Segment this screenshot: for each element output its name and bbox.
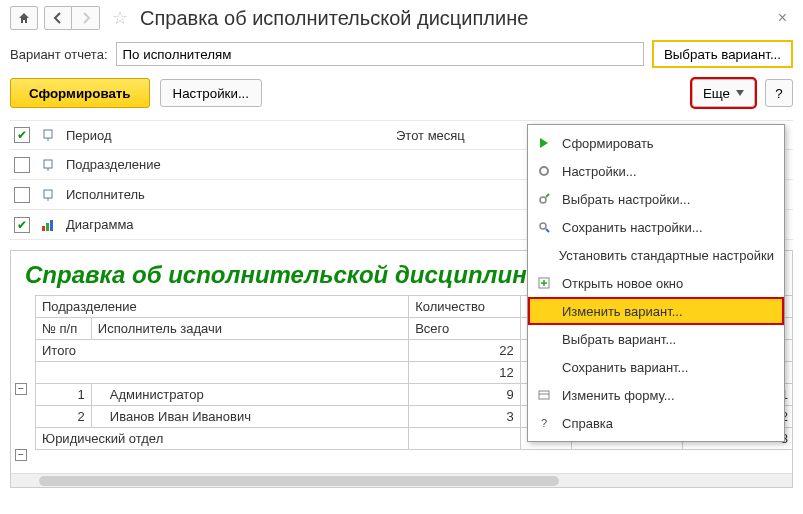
svg-rect-4	[44, 190, 52, 198]
menu-item[interactable]: Настройки...	[528, 157, 784, 185]
menu-item-label: Справка	[562, 416, 613, 431]
group-collapse-toggle[interactable]: −	[15, 449, 27, 461]
svg-rect-0	[44, 130, 52, 138]
col-department: Подразделение	[36, 296, 409, 318]
menu-item[interactable]: Установить стандартные настройки	[528, 241, 784, 269]
menu-item[interactable]: Сохранить настройки...	[528, 213, 784, 241]
nav-back-button[interactable]	[44, 6, 72, 30]
svg-text:?: ?	[541, 417, 547, 429]
form-icon	[536, 387, 552, 403]
param-name: Исполнитель	[66, 187, 386, 202]
chevron-down-icon	[736, 90, 744, 96]
svg-point-11	[540, 223, 546, 229]
more-button-label: Еще	[703, 86, 730, 101]
chart-icon	[40, 218, 56, 232]
param-checkbox[interactable]: ✔	[14, 127, 30, 143]
menu-item[interactable]: Сохранить вариант...	[528, 353, 784, 381]
menu-item-label: Настройки...	[562, 164, 637, 179]
svg-rect-7	[46, 223, 49, 231]
svg-point-10	[540, 197, 546, 203]
pin-icon	[40, 158, 56, 172]
variant-input[interactable]	[116, 42, 644, 66]
menu-item-label: Изменить вариант...	[562, 304, 683, 319]
scrollbar-thumb[interactable]	[39, 476, 559, 486]
param-checkbox[interactable]	[14, 157, 30, 173]
menu-item-label: Сформировать	[562, 136, 654, 151]
form-report-button[interactable]: Сформировать	[10, 78, 150, 108]
variant-label: Вариант отчета:	[10, 47, 108, 62]
menu-item[interactable]: Изменить форму...	[528, 381, 784, 409]
choose-variant-button[interactable]: Выбрать вариант...	[652, 40, 793, 68]
cell	[409, 428, 521, 450]
window-title: Справка об исполнительской дисциплине	[140, 7, 766, 30]
play-icon	[536, 135, 552, 151]
cell: 12	[409, 362, 521, 384]
more-menu-dropdown: СформироватьНастройки...Выбрать настройк…	[527, 124, 785, 442]
row-num: 2	[36, 406, 92, 428]
favorite-star-icon[interactable]: ☆	[112, 7, 128, 29]
svg-rect-8	[50, 220, 53, 231]
row-label: Иванов Иван Иванович	[91, 406, 408, 428]
menu-item[interactable]: Изменить вариант...	[528, 297, 784, 325]
menu-item[interactable]: Открыть новое окно	[528, 269, 784, 297]
menu-item-label: Сохранить вариант...	[562, 360, 688, 375]
home-button[interactable]	[10, 6, 38, 30]
col-quantity: Количество	[409, 296, 521, 318]
svg-point-9	[540, 167, 548, 175]
gear-out-icon	[536, 191, 552, 207]
menu-item-label: Установить стандартные настройки	[559, 248, 774, 263]
svg-rect-13	[539, 391, 549, 399]
menu-item-label: Выбрать вариант...	[562, 332, 676, 347]
menu-item[interactable]: Сформировать	[528, 129, 784, 157]
blank-icon	[536, 247, 549, 263]
param-checkbox[interactable]	[14, 187, 30, 203]
menu-item-label: Изменить форму...	[562, 388, 675, 403]
more-button[interactable]: Еще	[692, 79, 755, 107]
horizontal-scrollbar[interactable]	[11, 473, 792, 487]
menu-item[interactable]: Выбрать настройки...	[528, 185, 784, 213]
pin-icon	[40, 128, 56, 142]
settings-button[interactable]: Настройки...	[160, 79, 262, 107]
svg-rect-2	[44, 160, 52, 168]
pin-icon	[40, 188, 56, 202]
param-checkbox[interactable]: ✔	[14, 217, 30, 233]
close-button[interactable]: ×	[772, 9, 793, 27]
row-label: Юридический отдел	[36, 428, 409, 450]
help-button[interactable]: ?	[765, 79, 793, 107]
blank-icon	[536, 331, 552, 347]
row-num: 1	[36, 384, 92, 406]
help-icon: ?	[536, 415, 552, 431]
cell: 3	[409, 406, 521, 428]
param-name: Диаграмма	[66, 217, 386, 232]
cell: 9	[409, 384, 521, 406]
param-name: Период	[66, 128, 386, 143]
menu-item[interactable]: Выбрать вариант...	[528, 325, 784, 353]
nav-forward-button[interactable]	[72, 6, 100, 30]
row-label: Итого	[36, 340, 409, 362]
menu-item[interactable]: ?Справка	[528, 409, 784, 437]
group-collapse-toggle[interactable]: −	[15, 383, 27, 395]
param-name: Подразделение	[66, 157, 386, 172]
row-label: Администратор	[91, 384, 408, 406]
row-label	[36, 362, 409, 384]
svg-rect-6	[42, 226, 45, 231]
menu-item-label: Открыть новое окно	[562, 276, 683, 291]
menu-item-label: Сохранить настройки...	[562, 220, 703, 235]
col-num: № п/п	[36, 318, 92, 340]
blank-icon	[536, 303, 552, 319]
menu-item-label: Выбрать настройки...	[562, 192, 690, 207]
blank-icon	[536, 359, 552, 375]
cell: 22	[409, 340, 521, 362]
col-executor: Исполнитель задачи	[91, 318, 408, 340]
col-total: Всего	[409, 318, 521, 340]
window-icon	[536, 275, 552, 291]
gear-icon	[536, 163, 552, 179]
gear-save-icon	[536, 219, 552, 235]
